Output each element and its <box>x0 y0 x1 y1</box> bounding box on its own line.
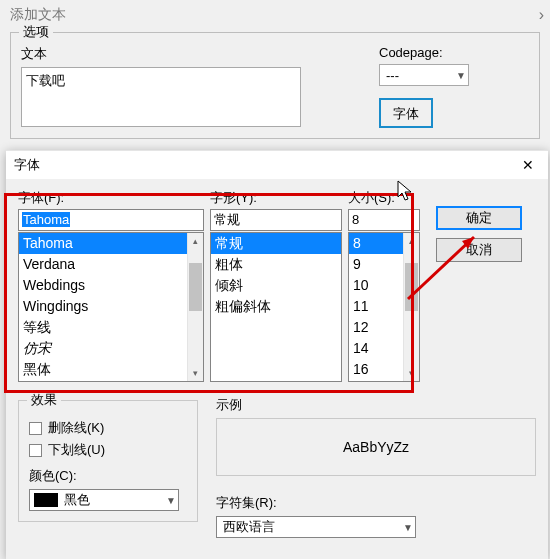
close-button[interactable]: ✕ <box>508 151 548 179</box>
scroll-down-icon[interactable]: ▾ <box>188 365 203 381</box>
chevron-down-icon: ▼ <box>456 70 466 81</box>
cancel-button[interactable]: 取消 <box>436 238 522 262</box>
strike-row[interactable]: 删除线(K) <box>29 419 187 437</box>
effects-group: 效果 删除线(K) 下划线(U) 颜色(C): 黑色 <box>18 400 198 522</box>
scroll-thumb[interactable] <box>405 263 418 311</box>
dialog-titlebar: 字体 ✕ <box>6 151 548 179</box>
color-label: 颜色(C): <box>29 467 187 485</box>
strike-label: 删除线(K) <box>48 419 104 437</box>
list-item[interactable]: 常规 <box>211 233 341 254</box>
text-input[interactable]: 下载吧 <box>21 67 301 127</box>
list-item[interactable]: Tahoma <box>19 233 203 254</box>
script-combo[interactable]: 西欧语言 ▼ <box>216 516 416 538</box>
list-item[interactable]: 倾斜 <box>211 275 341 296</box>
sample-box: AaBbYyZz <box>216 418 536 476</box>
effects-legend: 效果 <box>27 391 61 409</box>
font-list[interactable]: TahomaVerdanaWebdingsWingdings等线仿宋黑体 ▴ ▾ <box>18 232 204 382</box>
list-item[interactable]: 仿宋 <box>19 338 203 359</box>
font-dialog: 字体 ✕ 字体(F): Tahoma TahomaVerdanaWebdings… <box>6 150 548 559</box>
parent-title: 添加文本 <box>10 6 540 24</box>
style-list[interactable]: 常规粗体倾斜粗偏斜体 <box>210 232 342 382</box>
codepage-value: --- <box>386 68 399 83</box>
size-input[interactable]: 8 <box>348 209 420 231</box>
font-input[interactable]: Tahoma <box>18 209 204 231</box>
codepage-combo[interactable]: --- ▼ <box>379 64 469 86</box>
size-list[interactable]: 891011121416 ▴ ▾ <box>348 232 420 382</box>
list-item[interactable]: 等线 <box>19 317 203 338</box>
scroll-up-icon[interactable]: ▴ <box>188 233 203 249</box>
list-item[interactable]: Verdana <box>19 254 203 275</box>
close-icon: ✕ <box>522 157 534 173</box>
list-item[interactable]: 粗偏斜体 <box>211 296 341 317</box>
font-button[interactable]: 字体 <box>379 98 433 128</box>
codepage-label: Codepage: <box>379 45 529 60</box>
scroll-thumb[interactable] <box>189 263 202 311</box>
style-input[interactable]: 常规 <box>210 209 342 231</box>
sample-text: AaBbYyZz <box>343 439 409 455</box>
script-label: 字符集(R): <box>216 494 536 512</box>
size-scrollbar[interactable]: ▴ ▾ <box>403 233 419 381</box>
chevron-down-icon: ▼ <box>403 522 413 533</box>
ok-button[interactable]: 确定 <box>436 206 522 230</box>
script-value: 西欧语言 <box>223 518 275 536</box>
size-label: 大小(S): <box>348 189 420 207</box>
color-combo[interactable]: 黑色 ▼ <box>29 489 179 511</box>
sample-legend: 示例 <box>216 396 536 414</box>
options-legend: 选项 <box>19 23 53 41</box>
list-item[interactable]: Webdings <box>19 275 203 296</box>
font-scrollbar[interactable]: ▴ ▾ <box>187 233 203 381</box>
parent-window: 添加文本 › 选项 文本 下载吧 Codepage: --- ▼ 字体 <box>0 0 550 145</box>
scroll-up-icon[interactable]: ▴ <box>404 233 419 249</box>
strike-checkbox[interactable] <box>29 422 42 435</box>
font-label: 字体(F): <box>18 189 204 207</box>
list-item[interactable]: 粗体 <box>211 254 341 275</box>
underline-row[interactable]: 下划线(U) <box>29 441 187 459</box>
color-swatch <box>34 493 58 507</box>
style-label: 字形(Y): <box>210 189 342 207</box>
scroll-down-icon[interactable]: ▾ <box>404 365 419 381</box>
parent-collapse-icon[interactable]: › <box>539 6 544 24</box>
underline-checkbox[interactable] <box>29 444 42 457</box>
dialog-title: 字体 <box>14 156 40 174</box>
text-label: 文本 <box>21 45 359 63</box>
list-item[interactable]: Wingdings <box>19 296 203 317</box>
options-group: 选项 文本 下载吧 Codepage: --- ▼ 字体 <box>10 32 540 139</box>
color-name: 黑色 <box>64 491 90 509</box>
list-item[interactable]: 黑体 <box>19 359 203 380</box>
underline-label: 下划线(U) <box>48 441 105 459</box>
chevron-down-icon: ▼ <box>166 495 176 506</box>
